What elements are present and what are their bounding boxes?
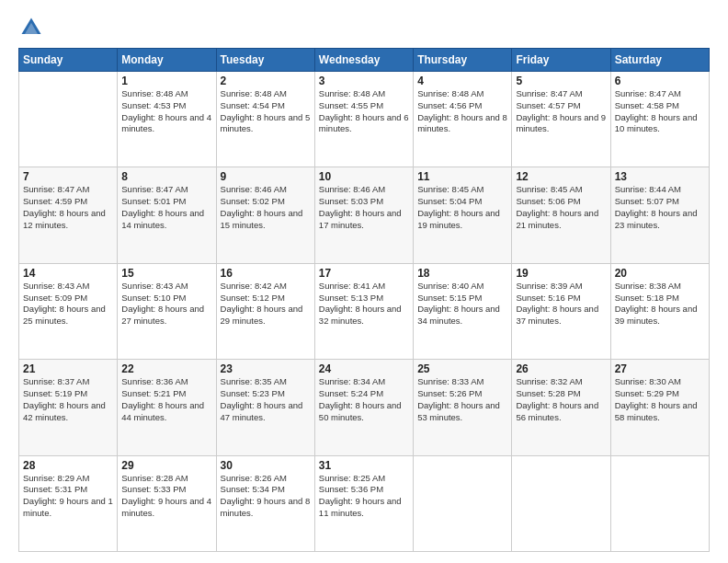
day-info: Sunrise: 8:30 AMSunset: 5:29 PMDaylight:… (615, 376, 705, 423)
day-number: 14 (23, 267, 113, 280)
calendar-cell: 4Sunrise: 8:48 AMSunset: 4:56 PMDaylight… (414, 72, 512, 167)
calendar-cell: 21Sunrise: 8:37 AMSunset: 5:19 PMDayligh… (19, 360, 118, 455)
calendar-cell: 13Sunrise: 8:44 AMSunset: 5:07 PMDayligh… (610, 167, 709, 263)
day-number: 16 (221, 267, 311, 280)
day-number: 1 (121, 75, 211, 87)
calendar-cell: 9Sunrise: 8:46 AMSunset: 5:02 PMDaylight… (216, 167, 314, 263)
day-number: 10 (319, 170, 409, 183)
day-info: Sunrise: 8:37 AMSunset: 5:19 PMDaylight:… (23, 376, 113, 423)
calendar-cell: 18Sunrise: 8:40 AMSunset: 5:15 PMDayligh… (414, 263, 512, 359)
day-number: 4 (417, 75, 507, 87)
day-number: 26 (516, 362, 606, 375)
day-number: 21 (23, 362, 113, 375)
weekday-header: Monday (118, 49, 216, 72)
calendar-cell: 19Sunrise: 8:39 AMSunset: 5:16 PMDayligh… (512, 263, 610, 359)
calendar-cell: 12Sunrise: 8:45 AMSunset: 5:06 PMDayligh… (512, 167, 610, 263)
calendar-cell: 15Sunrise: 8:43 AMSunset: 5:10 PMDayligh… (118, 263, 216, 359)
calendar-cell: 3Sunrise: 8:48 AMSunset: 4:55 PMDaylight… (314, 72, 413, 167)
day-number: 29 (121, 459, 211, 472)
weekday-header: Sunday (19, 49, 118, 72)
day-info: Sunrise: 8:46 AMSunset: 5:02 PMDaylight:… (221, 184, 311, 231)
day-info: Sunrise: 8:26 AMSunset: 5:34 PMDaylight:… (221, 473, 311, 520)
day-info: Sunrise: 8:48 AMSunset: 4:56 PMDaylight:… (417, 88, 507, 135)
calendar-cell: 31Sunrise: 8:25 AMSunset: 5:36 PMDayligh… (314, 455, 413, 551)
day-info: Sunrise: 8:47 AMSunset: 4:58 PMDaylight:… (615, 88, 705, 135)
day-info: Sunrise: 8:47 AMSunset: 4:59 PMDaylight:… (23, 184, 113, 231)
weekday-header: Thursday (414, 49, 512, 72)
day-number: 3 (319, 75, 409, 87)
calendar-cell: 24Sunrise: 8:34 AMSunset: 5:24 PMDayligh… (314, 360, 413, 455)
day-info: Sunrise: 8:48 AMSunset: 4:53 PMDaylight:… (121, 88, 211, 135)
calendar-cell: 27Sunrise: 8:30 AMSunset: 5:29 PMDayligh… (610, 360, 709, 455)
day-number: 23 (221, 362, 311, 375)
weekday-header: Wednesday (314, 49, 413, 72)
day-info: Sunrise: 8:42 AMSunset: 5:12 PMDaylight:… (221, 281, 311, 327)
day-info: Sunrise: 8:48 AMSunset: 4:54 PMDaylight:… (221, 88, 311, 135)
day-number: 12 (516, 170, 606, 183)
day-number: 19 (516, 267, 606, 280)
calendar-cell: 2Sunrise: 8:48 AMSunset: 4:54 PMDaylight… (216, 72, 314, 167)
day-info: Sunrise: 8:43 AMSunset: 5:10 PMDaylight:… (121, 281, 211, 327)
logo (18, 15, 48, 40)
logo-icon (18, 15, 44, 40)
day-number: 20 (615, 267, 705, 280)
calendar-cell: 5Sunrise: 8:47 AMSunset: 4:57 PMDaylight… (512, 72, 610, 167)
calendar-cell: 6Sunrise: 8:47 AMSunset: 4:58 PMDaylight… (610, 72, 709, 167)
day-info: Sunrise: 8:48 AMSunset: 4:55 PMDaylight:… (319, 88, 409, 135)
day-number: 7 (23, 170, 113, 183)
day-number: 15 (121, 267, 211, 280)
day-info: Sunrise: 8:35 AMSunset: 5:23 PMDaylight:… (221, 376, 311, 423)
day-info: Sunrise: 8:43 AMSunset: 5:09 PMDaylight:… (23, 281, 113, 327)
calendar-cell: 8Sunrise: 8:47 AMSunset: 5:01 PMDaylight… (118, 167, 216, 263)
day-number: 30 (221, 459, 311, 472)
day-number: 18 (417, 267, 507, 280)
day-info: Sunrise: 8:25 AMSunset: 5:36 PMDaylight:… (319, 473, 409, 520)
day-info: Sunrise: 8:33 AMSunset: 5:26 PMDaylight:… (417, 376, 507, 423)
day-number: 6 (615, 75, 705, 87)
calendar-cell: 16Sunrise: 8:42 AMSunset: 5:12 PMDayligh… (216, 263, 314, 359)
calendar-cell: 14Sunrise: 8:43 AMSunset: 5:09 PMDayligh… (19, 263, 118, 359)
calendar-cell: 26Sunrise: 8:32 AMSunset: 5:28 PMDayligh… (512, 360, 610, 455)
day-info: Sunrise: 8:45 AMSunset: 5:04 PMDaylight:… (417, 184, 507, 231)
calendar-cell: 11Sunrise: 8:45 AMSunset: 5:04 PMDayligh… (414, 167, 512, 263)
day-number: 5 (516, 75, 606, 87)
calendar-cell: 23Sunrise: 8:35 AMSunset: 5:23 PMDayligh… (216, 360, 314, 455)
calendar-cell: 10Sunrise: 8:46 AMSunset: 5:03 PMDayligh… (314, 167, 413, 263)
day-number: 11 (417, 170, 507, 183)
calendar-cell (414, 455, 512, 551)
day-info: Sunrise: 8:36 AMSunset: 5:21 PMDaylight:… (121, 376, 211, 423)
day-number: 25 (417, 362, 507, 375)
calendar-cell (19, 72, 118, 167)
day-info: Sunrise: 8:29 AMSunset: 5:31 PMDaylight:… (23, 473, 113, 520)
calendar-table: SundayMondayTuesdayWednesdayThursdayFrid… (18, 48, 710, 552)
day-info: Sunrise: 8:47 AMSunset: 4:57 PMDaylight:… (516, 88, 606, 135)
day-info: Sunrise: 8:38 AMSunset: 5:18 PMDaylight:… (615, 281, 705, 327)
weekday-header: Saturday (610, 49, 709, 72)
day-info: Sunrise: 8:41 AMSunset: 5:13 PMDaylight:… (319, 281, 409, 327)
calendar-cell: 1Sunrise: 8:48 AMSunset: 4:53 PMDaylight… (118, 72, 216, 167)
day-info: Sunrise: 8:28 AMSunset: 5:33 PMDaylight:… (121, 473, 211, 520)
day-number: 2 (221, 75, 311, 87)
day-info: Sunrise: 8:46 AMSunset: 5:03 PMDaylight:… (319, 184, 409, 231)
day-info: Sunrise: 8:44 AMSunset: 5:07 PMDaylight:… (615, 184, 705, 231)
day-number: 27 (615, 362, 705, 375)
calendar-cell: 22Sunrise: 8:36 AMSunset: 5:21 PMDayligh… (118, 360, 216, 455)
calendar-cell (610, 455, 709, 551)
weekday-header: Friday (512, 49, 610, 72)
day-number: 17 (319, 267, 409, 280)
calendar-cell (512, 455, 610, 551)
calendar-cell: 17Sunrise: 8:41 AMSunset: 5:13 PMDayligh… (314, 263, 413, 359)
day-info: Sunrise: 8:45 AMSunset: 5:06 PMDaylight:… (516, 184, 606, 231)
calendar-cell: 20Sunrise: 8:38 AMSunset: 5:18 PMDayligh… (610, 263, 709, 359)
calendar-cell: 25Sunrise: 8:33 AMSunset: 5:26 PMDayligh… (414, 360, 512, 455)
day-number: 24 (319, 362, 409, 375)
weekday-header: Tuesday (216, 49, 314, 72)
calendar-cell: 28Sunrise: 8:29 AMSunset: 5:31 PMDayligh… (19, 455, 118, 551)
calendar-cell: 29Sunrise: 8:28 AMSunset: 5:33 PMDayligh… (118, 455, 216, 551)
day-info: Sunrise: 8:32 AMSunset: 5:28 PMDaylight:… (516, 376, 606, 423)
day-number: 31 (319, 459, 409, 472)
header (18, 15, 710, 40)
day-number: 8 (121, 170, 211, 183)
day-info: Sunrise: 8:40 AMSunset: 5:15 PMDaylight:… (417, 281, 507, 327)
page: SundayMondayTuesdayWednesdayThursdayFrid… (0, 0, 728, 563)
